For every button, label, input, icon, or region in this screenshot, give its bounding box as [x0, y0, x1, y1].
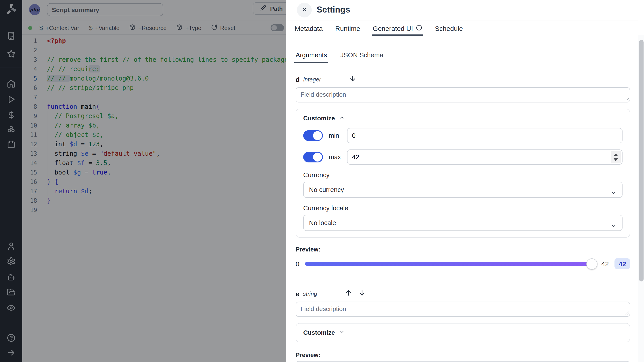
- max-value-input[interactable]: [347, 149, 622, 165]
- close-icon: [301, 6, 308, 14]
- field-d-description-input[interactable]: [296, 87, 630, 103]
- customize-toggle[interactable]: Customize: [303, 115, 622, 122]
- min-value-input[interactable]: [347, 128, 622, 143]
- currency-select[interactable]: No currency: [303, 182, 622, 198]
- subtab-json-schema[interactable]: JSON Schema: [340, 52, 383, 63]
- currency-locale-value: No locale: [309, 219, 336, 226]
- field-e-header: e string: [296, 289, 630, 298]
- field-d-header: d integer: [296, 75, 630, 84]
- field-d-name: d: [296, 76, 300, 83]
- move-down-icon[interactable]: [358, 289, 366, 298]
- field-e-preview-input[interactable]: default value: [296, 361, 630, 362]
- number-spinner[interactable]: [611, 151, 621, 163]
- app-window: php Path $ +Context Var $ +Variable +Res…: [0, 0, 644, 362]
- slider-min-label: 0: [296, 260, 300, 268]
- settings-title: Settings: [317, 5, 350, 15]
- field-e-name: e: [296, 290, 300, 297]
- field-e-type: string: [303, 290, 317, 297]
- arguments-subtabs: Arguments JSON Schema: [296, 52, 630, 63]
- close-button[interactable]: [297, 3, 312, 18]
- field-d-preview-label: Preview:: [296, 246, 630, 253]
- currency-locale-select[interactable]: No locale: [303, 215, 622, 231]
- field-e-description-input[interactable]: [296, 302, 630, 317]
- field-d-type: integer: [303, 76, 321, 83]
- slider-value-badge: 42: [615, 258, 630, 269]
- move-down-icon[interactable]: [349, 75, 356, 84]
- modal-backdrop[interactable]: [0, 0, 286, 362]
- settings-header: Settings: [286, 0, 644, 21]
- customize-label: Customize: [303, 329, 335, 336]
- field-e-customize-section: Customize: [296, 323, 630, 342]
- chevron-down-icon: [339, 329, 345, 336]
- settings-tabs: Metadata Runtime Generated UI Schedule: [286, 21, 638, 36]
- tab-runtime[interactable]: Runtime: [335, 21, 360, 36]
- currency-label: Currency: [303, 171, 622, 179]
- move-up-icon[interactable]: [345, 289, 352, 298]
- tab-schedule[interactable]: Schedule: [435, 21, 463, 36]
- min-row: min: [303, 128, 622, 143]
- generated-ui-panel: Arguments JSON Schema d integer Customiz…: [296, 35, 630, 362]
- tab-metadata[interactable]: Metadata: [295, 21, 323, 36]
- chevron-up-icon: [339, 115, 345, 122]
- field-d-customize-section: Customize min max: [296, 109, 630, 238]
- field-e-preview: default value $: [296, 361, 630, 362]
- currency-locale-label: Currency locale: [303, 204, 622, 212]
- min-toggle[interactable]: [303, 130, 323, 141]
- max-row: max: [303, 149, 622, 165]
- customize-label: Customize: [303, 115, 335, 122]
- field-d-preview-slider: 0 42 42: [296, 258, 630, 269]
- customize-toggle[interactable]: Customize: [303, 329, 622, 336]
- settings-drawer: Settings Metadata Runtime Generated UI S…: [286, 0, 644, 362]
- slider-value-label: 42: [601, 260, 609, 268]
- scrollbar-thumb[interactable]: [639, 40, 643, 281]
- min-label: min: [329, 132, 341, 139]
- max-toggle[interactable]: [303, 152, 323, 162]
- info-icon: [416, 25, 422, 32]
- currency-value: No currency: [309, 186, 344, 193]
- max-label: max: [329, 153, 341, 161]
- field-e-preview-label: Preview:: [296, 352, 630, 358]
- subtab-arguments[interactable]: Arguments: [296, 52, 327, 63]
- tab-generated-ui[interactable]: Generated UI: [373, 21, 422, 36]
- slider-knob[interactable]: [586, 258, 597, 269]
- panel-scrollbar[interactable]: [638, 35, 644, 362]
- slider-track[interactable]: [305, 262, 596, 266]
